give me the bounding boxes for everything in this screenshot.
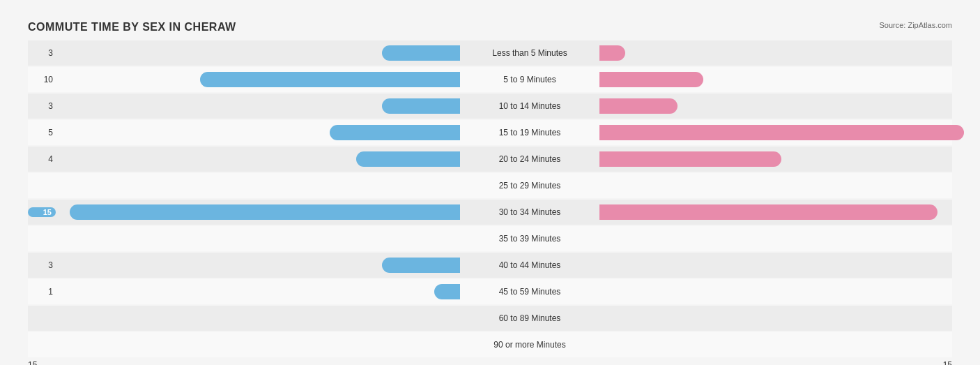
table-row: 3 Less than 5 Minutes 1	[28, 40, 952, 66]
female-bar	[599, 125, 964, 140]
bar-section: 10 5 to 9 Minutes 4	[28, 67, 952, 92]
left-value: 10	[28, 75, 56, 84]
axis-right: 15	[943, 360, 952, 365]
row-label: 20 to 24 Minutes	[460, 154, 599, 164]
axis-labels: 15 15	[28, 360, 952, 365]
table-row: 3 40 to 44 Minutes	[28, 253, 952, 278]
female-bar	[599, 98, 677, 114]
left-bar-container	[56, 45, 460, 61]
chart-area: 3 Less than 5 Minutes 1 10 5 to 9 Minute…	[28, 40, 952, 357]
male-bar	[382, 258, 460, 273]
left-value: 15	[28, 207, 56, 217]
source-label: Source: ZipAtlas.com	[879, 21, 952, 29]
bar-section: 15 30 to 34 Minutes 13	[28, 200, 952, 225]
left-bar-container	[56, 72, 460, 87]
right-bar-container	[599, 72, 980, 87]
right-bar-container	[599, 45, 980, 61]
left-bar-container	[56, 337, 460, 352]
male-bar	[382, 45, 460, 61]
right-bar-container	[599, 98, 980, 114]
left-value: 3	[28, 260, 56, 270]
right-bar-container	[599, 204, 980, 220]
row-label: 45 to 59 Minutes	[460, 287, 599, 297]
left-value: 4	[28, 154, 56, 164]
bar-section: 60 to 89 Minutes	[28, 306, 952, 331]
left-value: 3	[28, 101, 56, 111]
bar-section: 35 to 39 Minutes	[28, 226, 952, 251]
female-bar	[599, 151, 781, 167]
table-row: 5 15 to 19 Minutes 14	[28, 120, 952, 145]
bar-section: 5 15 to 19 Minutes 14	[28, 120, 952, 145]
row-label: Less than 5 Minutes	[460, 48, 599, 58]
row-label: 25 to 29 Minutes	[460, 181, 599, 191]
left-value: 5	[28, 128, 56, 137]
table-row: 15 30 to 34 Minutes 13	[28, 200, 952, 225]
bar-section: 4 20 to 24 Minutes 7	[28, 147, 952, 172]
male-bar	[200, 72, 460, 87]
left-bar-container	[56, 311, 460, 326]
table-row: 3 10 to 14 Minutes 3	[28, 94, 952, 119]
bar-section: 3 Less than 5 Minutes 1	[28, 40, 952, 66]
row-label: 15 to 19 Minutes	[460, 128, 599, 137]
axis-left: 15	[28, 360, 37, 365]
table-row: 90 or more Minutes	[28, 332, 952, 357]
table-row: 60 to 89 Minutes	[28, 306, 952, 331]
row-label: 35 to 39 Minutes	[460, 234, 599, 244]
right-bar-container	[599, 337, 980, 352]
row-label: 40 to 44 Minutes	[460, 260, 599, 270]
chart-container: COMMUTE TIME BY SEX IN CHERAW Source: Zi…	[14, 14, 966, 365]
left-bar-container	[56, 98, 460, 114]
table-row: 4 20 to 24 Minutes 7	[28, 147, 952, 172]
male-bar	[70, 204, 460, 220]
bar-section: 3 40 to 44 Minutes	[28, 253, 952, 278]
female-bar	[599, 45, 625, 61]
right-bar-container	[599, 284, 980, 299]
row-label: 30 to 34 Minutes	[460, 207, 599, 217]
right-bar-container	[599, 178, 980, 193]
female-bar	[599, 204, 937, 220]
left-bar-container	[56, 178, 460, 193]
male-bar	[434, 284, 460, 299]
male-bar	[356, 151, 460, 167]
left-bar-container	[56, 258, 460, 273]
table-row: 10 5 to 9 Minutes 4	[28, 67, 952, 92]
left-bar-container	[56, 125, 460, 140]
table-row: 25 to 29 Minutes	[28, 173, 952, 198]
row-label: 10 to 14 Minutes	[460, 101, 599, 111]
row-label: 90 or more Minutes	[460, 340, 599, 350]
male-bar	[330, 125, 460, 140]
bar-section: 25 to 29 Minutes	[28, 173, 952, 198]
bar-section: 90 or more Minutes	[28, 332, 952, 357]
table-row: 35 to 39 Minutes	[28, 226, 952, 251]
row-label: 5 to 9 Minutes	[460, 75, 599, 84]
left-bar-container	[56, 151, 460, 167]
chart-title: COMMUTE TIME BY SEX IN CHERAW	[28, 21, 952, 33]
right-bar-container	[599, 125, 980, 140]
left-value: 3	[28, 48, 56, 58]
male-bar	[382, 98, 460, 114]
bar-section: 1 45 to 59 Minutes	[28, 279, 952, 304]
row-label: 60 to 89 Minutes	[460, 313, 599, 323]
bar-section: 3 10 to 14 Minutes 3	[28, 94, 952, 119]
table-row: 1 45 to 59 Minutes	[28, 279, 952, 304]
left-bar-container	[56, 284, 460, 299]
right-bar-container	[599, 258, 980, 273]
right-bar-container	[599, 151, 980, 167]
female-bar	[599, 72, 703, 87]
left-bar-container	[56, 231, 460, 246]
left-value: 1	[28, 287, 56, 297]
left-bar-container	[56, 204, 460, 220]
right-bar-container	[599, 231, 980, 246]
right-bar-container	[599, 311, 980, 326]
